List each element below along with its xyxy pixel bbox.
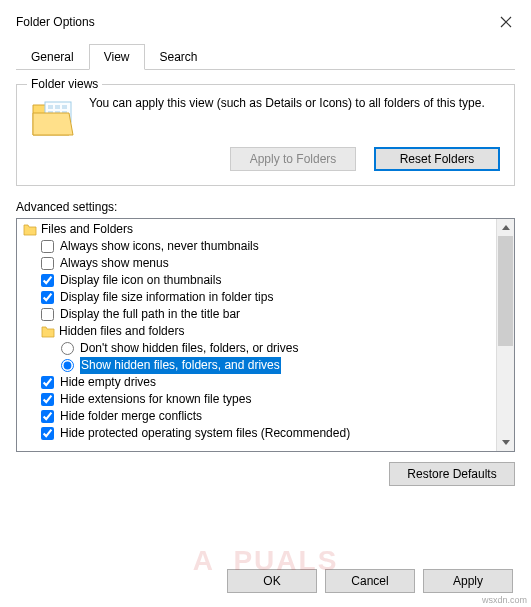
- option-file-size-tips[interactable]: Display file size information in folder …: [21, 289, 496, 306]
- tree-group-hidden-files[interactable]: Hidden files and folders: [21, 323, 496, 340]
- tree-label: Hidden files and folders: [59, 323, 184, 340]
- tree-label: Display file icon on thumbnails: [60, 272, 221, 289]
- tree-label: Don't show hidden files, folders, or dri…: [80, 340, 298, 357]
- option-hide-protected-os-files[interactable]: Hide protected operating system files (R…: [21, 425, 496, 442]
- tab-general[interactable]: General: [16, 44, 89, 69]
- tree-label: Hide empty drives: [60, 374, 156, 391]
- tree-label: Hide protected operating system files (R…: [60, 425, 350, 442]
- close-button[interactable]: [493, 9, 519, 35]
- tree-label: Hide folder merge conflicts: [60, 408, 202, 425]
- tree-label: Display file size information in folder …: [60, 289, 273, 306]
- folder-icon: [23, 224, 37, 236]
- chevron-up-icon: [502, 225, 510, 230]
- checkbox[interactable]: [41, 257, 54, 270]
- svg-rect-3: [62, 105, 67, 109]
- tree-root-files-folders[interactable]: Files and Folders: [21, 221, 496, 238]
- checkbox[interactable]: [41, 274, 54, 287]
- scroll-down-button[interactable]: [497, 434, 514, 451]
- scroll-up-button[interactable]: [497, 219, 514, 236]
- tree-label: Hide extensions for known file types: [60, 391, 251, 408]
- folder-views-text: You can apply this view (such as Details…: [89, 95, 485, 111]
- folder-views-icon: [31, 99, 75, 137]
- checkbox[interactable]: [41, 376, 54, 389]
- tree-label: Show hidden files, folders, and drives: [80, 357, 281, 374]
- option-dont-show-hidden[interactable]: Don't show hidden files, folders, or dri…: [21, 340, 496, 357]
- folder-icon: [41, 326, 55, 338]
- option-hide-empty-drives[interactable]: Hide empty drives: [21, 374, 496, 391]
- option-hide-merge-conflicts[interactable]: Hide folder merge conflicts: [21, 408, 496, 425]
- radio[interactable]: [61, 342, 74, 355]
- restore-defaults-button[interactable]: Restore Defaults: [389, 462, 515, 486]
- tree-label: Display the full path in the title bar: [60, 306, 240, 323]
- checkbox[interactable]: [41, 427, 54, 440]
- apply-button[interactable]: Apply: [423, 569, 513, 593]
- scrollbar[interactable]: [496, 219, 514, 451]
- chevron-down-icon: [502, 440, 510, 445]
- apply-to-folders-button: Apply to Folders: [230, 147, 356, 171]
- close-icon: [500, 16, 512, 28]
- tab-search[interactable]: Search: [145, 44, 213, 69]
- checkbox[interactable]: [41, 308, 54, 321]
- advanced-settings-label: Advanced settings:: [16, 200, 515, 214]
- advanced-settings-tree[interactable]: Files and Folders Always show icons, nev…: [16, 218, 515, 452]
- checkbox[interactable]: [41, 291, 54, 304]
- option-always-show-icons[interactable]: Always show icons, never thumbnails: [21, 238, 496, 255]
- cancel-button[interactable]: Cancel: [325, 569, 415, 593]
- scroll-thumb[interactable]: [498, 236, 513, 346]
- checkbox[interactable]: [41, 410, 54, 423]
- view-panel: Folder views You can apply this view (su…: [16, 70, 515, 486]
- ok-button[interactable]: OK: [227, 569, 317, 593]
- tabstrip: General View Search: [16, 44, 515, 70]
- radio[interactable]: [61, 359, 74, 372]
- checkbox[interactable]: [41, 240, 54, 253]
- option-full-path-titlebar[interactable]: Display the full path in the title bar: [21, 306, 496, 323]
- tree-label: Always show icons, never thumbnails: [60, 238, 259, 255]
- folder-views-group: Folder views You can apply this view (su…: [16, 84, 515, 186]
- checkbox[interactable]: [41, 393, 54, 406]
- tab-view[interactable]: View: [89, 44, 145, 70]
- tree-label: Files and Folders: [41, 221, 133, 238]
- window-title: Folder Options: [16, 15, 95, 29]
- svg-rect-1: [48, 105, 53, 109]
- option-file-icon-thumbnails[interactable]: Display file icon on thumbnails: [21, 272, 496, 289]
- folder-views-legend: Folder views: [27, 77, 102, 91]
- option-hide-extensions[interactable]: Hide extensions for known file types: [21, 391, 496, 408]
- svg-rect-2: [55, 105, 60, 109]
- option-show-hidden[interactable]: Show hidden files, folders, and drives: [21, 357, 496, 374]
- reset-folders-button[interactable]: Reset Folders: [374, 147, 500, 171]
- tree-label: Always show menus: [60, 255, 169, 272]
- watermark-text: wsxdn.com: [482, 595, 527, 605]
- option-always-show-menus[interactable]: Always show menus: [21, 255, 496, 272]
